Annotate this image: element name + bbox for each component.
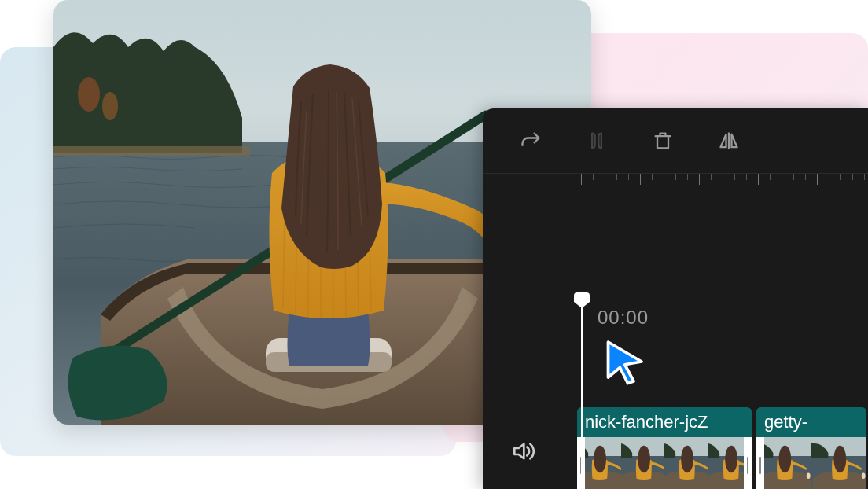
- cursor-pointer-icon: [602, 338, 649, 388]
- clip-label: getty-: [756, 407, 866, 437]
- video-clip-1[interactable]: nick-fancher-jcZ: [577, 407, 752, 489]
- svg-point-3: [102, 92, 118, 120]
- playhead[interactable]: [581, 303, 583, 489]
- split-button[interactable]: [583, 127, 610, 154]
- flip-horizontal-button[interactable]: [715, 127, 742, 154]
- svg-rect-4: [53, 146, 250, 156]
- clip-label: nick-fancher-jcZ: [577, 407, 752, 437]
- clips-track[interactable]: nick-fancher-jcZ getty-: [577, 407, 868, 489]
- timeline-ruler[interactable]: [483, 173, 868, 195]
- clip-trim-handle-left[interactable]: [756, 437, 764, 489]
- clip-thumbnails: [577, 437, 752, 489]
- audio-toggle-button[interactable]: [510, 439, 535, 467]
- redo-button[interactable]: [517, 127, 544, 154]
- delete-button[interactable]: [649, 127, 676, 154]
- timeline-editor-panel: 00:00 nick-fancher-jcZ getty-: [483, 108, 868, 489]
- clip-trim-handle-right[interactable]: [744, 437, 752, 489]
- clip-thumbnails: [756, 437, 866, 489]
- svg-point-2: [78, 77, 100, 112]
- editor-toolbar: [483, 108, 868, 173]
- video-clip-2[interactable]: getty-: [756, 407, 866, 489]
- current-time-label: 00:00: [598, 307, 649, 329]
